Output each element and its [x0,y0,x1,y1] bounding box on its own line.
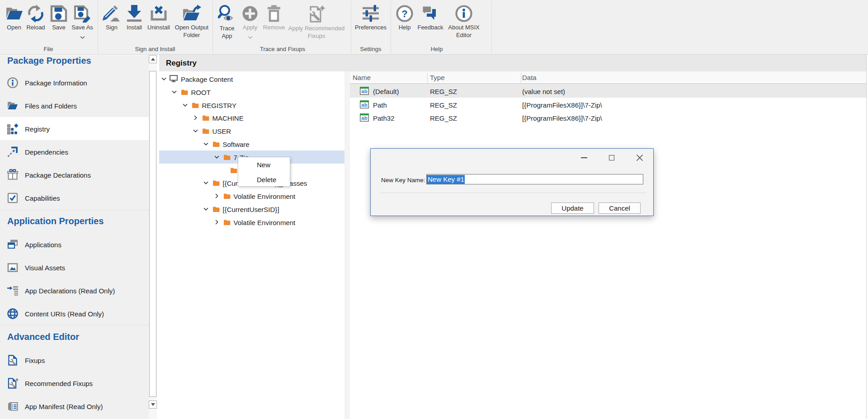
svg-text:?: ? [401,8,407,19]
svg-text:ab: ab [361,102,367,108]
svg-text:ab: ab [361,115,367,121]
svg-text:ab: ab [361,89,367,94]
